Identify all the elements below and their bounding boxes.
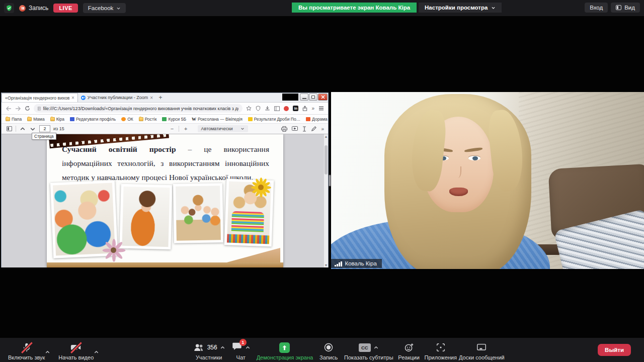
share-screen-button[interactable]: Демонстрация экрана <box>256 340 314 360</box>
chat-button[interactable]: 1 Чат <box>226 340 256 360</box>
bookmark-item[interactable]: ОК <box>121 117 133 122</box>
participants-chevron[interactable] <box>220 345 225 350</box>
bookmark-item[interactable]: Дорама Реальность (… <box>306 117 328 122</box>
reactions-icon <box>404 342 415 353</box>
security-shield-icon[interactable] <box>4 3 14 13</box>
bookmark-item[interactable]: Мама <box>27 117 44 122</box>
close-button[interactable] <box>318 94 328 101</box>
wikipedia-icon: W <box>192 117 196 122</box>
screen-view-banner: Вы просматриваете экран Коваль Кіра <box>292 3 417 13</box>
folder-icon <box>50 117 55 121</box>
new-tab-button[interactable]: + <box>156 93 165 102</box>
bookmarks-bar: Папа Мама Кіра Редагувати профіль ОК Рос… <box>2 115 328 124</box>
ok-favicon <box>121 117 126 121</box>
share-screen-icon <box>279 342 290 353</box>
pdf-sidebar-toggle[interactable] <box>6 126 13 132</box>
download-icon[interactable] <box>265 106 270 111</box>
start-video-button[interactable]: Начать видео <box>57 340 95 360</box>
page-number-input[interactable] <box>39 125 50 132</box>
page-total-label: из 15 <box>53 126 64 131</box>
scrollbar-thumb[interactable] <box>325 145 328 174</box>
chat-chevron[interactable] <box>245 345 251 350</box>
results-favicon <box>248 117 253 121</box>
bookmark-item[interactable]: Результати Дроби По… <box>248 117 300 122</box>
browser-tab-active[interactable]: «Організація гендерного вихован… × <box>2 93 78 102</box>
pink-flower-decoration <box>101 238 126 263</box>
dorama-favicon <box>306 117 310 121</box>
meeting-topbar: Запись LIVE Facebook Вы просматриваете э… <box>0 0 644 16</box>
apps-icon <box>435 342 446 353</box>
view-layout-icon <box>616 5 621 10</box>
leave-button[interactable]: Выйти <box>598 344 631 356</box>
share-page-icon[interactable] <box>302 106 307 111</box>
whiteboard-icon <box>476 342 487 353</box>
bookmark-star-icon[interactable] <box>246 106 252 111</box>
url-text: file:///C:/Users/123/Downloads/«Організа… <box>43 106 239 111</box>
linkedin-icon[interactable]: in <box>293 106 298 111</box>
url-field[interactable]: file:///C:/Users/123/Downloads/«Організа… <box>34 104 243 113</box>
tab-close-icon[interactable]: × <box>150 95 153 101</box>
reactions-button[interactable]: Реакции <box>394 340 424 360</box>
tab-close-icon[interactable]: × <box>71 95 74 101</box>
chevron-down-icon <box>240 127 245 131</box>
facebook-stream-button[interactable]: Facebook <box>83 3 126 13</box>
view-settings-button[interactable]: Настройки просмотра <box>419 3 502 13</box>
video-options-chevron[interactable] <box>94 349 99 355</box>
pane-divider-grip[interactable] <box>329 175 331 186</box>
pdf-page: Сучасний освітній простір – це використа… <box>47 134 283 267</box>
pdf-scrollbar[interactable]: ▲ ▼ <box>324 134 328 267</box>
zoom-in-button[interactable]: + <box>184 126 187 132</box>
captions-chevron[interactable] <box>373 345 379 350</box>
bookmark-item[interactable]: Ростік <box>139 117 157 122</box>
print-button[interactable] <box>281 126 287 132</box>
recording-indicator[interactable]: Запись <box>19 5 48 12</box>
zoom-level-select[interactable]: Автоматически <box>198 125 249 132</box>
presentation-button[interactable] <box>292 126 298 131</box>
record-button[interactable]: Запись <box>314 340 343 360</box>
record-label: Запись <box>29 5 48 12</box>
bookmark-item[interactable]: Папа <box>6 117 22 122</box>
reload-button[interactable] <box>25 106 30 111</box>
zoom-out-button[interactable]: − <box>171 126 174 132</box>
cc-icon: CC <box>359 343 371 352</box>
sidebar-toggle-icon[interactable] <box>274 106 280 111</box>
minimize-button[interactable] <box>300 94 308 101</box>
shared-screen-browser: «Організація гендерного вихован… × Участ… <box>1 93 329 267</box>
page-tooltip: Страница <box>32 133 56 140</box>
restore-button[interactable] <box>309 94 317 101</box>
mute-button[interactable]: Включить звук <box>7 340 46 360</box>
captions-button[interactable]: CC Показать субтитры <box>343 340 394 360</box>
participant-video-tile[interactable]: Коваль Кіра <box>331 92 644 269</box>
menu-icon[interactable] <box>318 106 324 111</box>
forward-button[interactable] <box>15 106 21 111</box>
page-up-button[interactable] <box>19 126 26 132</box>
text-select-tool[interactable] <box>302 126 306 132</box>
signin-button[interactable]: Вход <box>585 3 608 13</box>
page-icon <box>38 106 41 111</box>
photo-boy-writing <box>119 184 172 250</box>
pdf-toolbar: из 15 − + Автоматически » <box>2 124 328 134</box>
folder-icon <box>6 117 10 121</box>
folder-icon <box>27 117 32 121</box>
browser-tab-zoom[interactable]: Участник публикации - Zoom × <box>78 93 156 102</box>
record-icon <box>323 342 334 353</box>
mute-options-chevron[interactable] <box>45 349 50 355</box>
apps-button[interactable]: Приложения <box>424 340 458 360</box>
draw-tool[interactable] <box>311 126 316 132</box>
addressbar-overflow-icon[interactable]: » <box>311 106 314 111</box>
bookmark-item[interactable]: WРоксолана — Вікіпедія <box>192 117 243 122</box>
back-button[interactable] <box>6 106 12 111</box>
bookmark-item[interactable]: Редагувати профіль <box>70 117 116 122</box>
whiteboard-button[interactable]: Доски сообщений <box>458 340 506 360</box>
bookmark-item[interactable]: Кіра <box>50 117 64 122</box>
view-button[interactable]: Вид <box>611 3 640 13</box>
bookmark-item[interactable]: Курси 5Б <box>162 117 186 122</box>
pdf-tools-overflow[interactable]: » <box>321 126 324 132</box>
adblock-icon[interactable] <box>284 106 289 111</box>
zoom-meeting-window: Запись LIVE Facebook Вы просматриваете э… <box>0 0 644 362</box>
browser-addressbar: file:///C:/Users/123/Downloads/«Організа… <box>2 103 328 115</box>
shield-icon[interactable] <box>256 106 261 111</box>
participants-button[interactable]: 356 Участники <box>192 340 226 360</box>
page-down-button[interactable] <box>29 126 36 132</box>
pdf-viewport[interactable]: Сучасний освітній простір – це використа… <box>2 134 328 267</box>
